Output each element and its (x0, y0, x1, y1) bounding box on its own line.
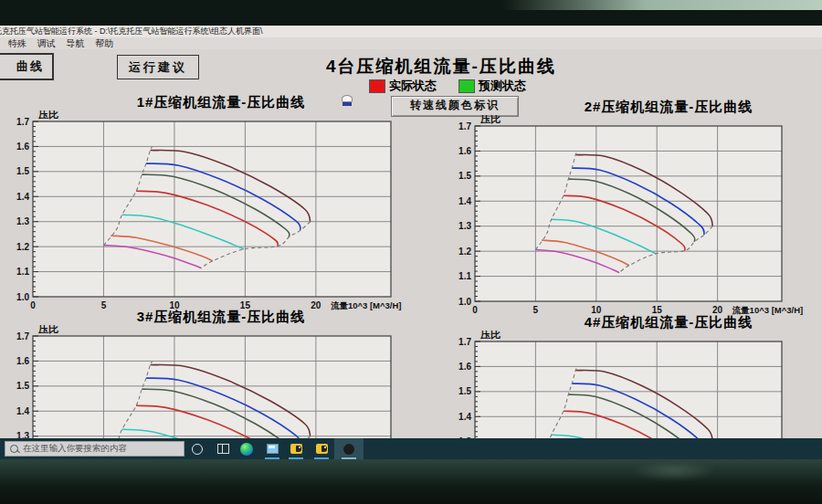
chart1-title: 1#压缩机组流量-压比曲线 (5, 94, 437, 110)
legend-actual-label: 实际状态 (389, 78, 437, 94)
svg-text:1.3: 1.3 (16, 216, 29, 226)
chart3-plot: 1.01.11.21.31.41.51.61.705101520流量10^3 [… (5, 325, 437, 438)
svg-text:1.0: 1.0 (16, 292, 29, 302)
svg-text:1.6: 1.6 (458, 146, 471, 156)
taskview-icon[interactable] (212, 438, 234, 459)
chart3-title: 3#压缩机组流量-压比曲线 (5, 309, 437, 325)
svg-text:1.5: 1.5 (16, 381, 29, 391)
svg-text:1.5: 1.5 (458, 171, 471, 181)
svg-text:1.0: 1.0 (458, 297, 471, 307)
chart-panel-2: 2#压缩机组流量-压比曲线 1.01.11.21.31.41.51.61.705… (446, 99, 822, 325)
legend-predicted: 预测状态 (458, 78, 526, 94)
search-icon (10, 445, 18, 453)
photo-top-band (0, 0, 822, 26)
app-window-icon[interactable] (261, 438, 283, 459)
folder-icon[interactable] (311, 438, 332, 459)
svg-text:1.4: 1.4 (458, 196, 471, 206)
svg-text:压比: 压比 (37, 110, 58, 120)
svg-text:1.7: 1.7 (16, 331, 29, 341)
svg-text:1.6: 1.6 (458, 362, 471, 372)
svg-text:1.4: 1.4 (16, 192, 29, 202)
run-advice-button[interactable]: 运行建议 (117, 55, 199, 79)
svg-text:1.1: 1.1 (458, 271, 471, 281)
menu-item[interactable]: 导航 (67, 37, 85, 49)
svg-text:1.6: 1.6 (16, 356, 29, 366)
menu-item[interactable]: 帮助 (95, 37, 113, 49)
menu-item[interactable]: 特殊 (8, 37, 26, 49)
window-titlebar: 托克托压气站智能运行系统 - D:\托克托压气站智能运行系统\组态人机界面\ (0, 26, 822, 37)
svg-text:压比: 压比 (480, 331, 501, 340)
chart1-plot: 1.01.11.21.31.41.51.61.705101520流量10^3 [… (5, 110, 437, 320)
svg-text:1.5: 1.5 (16, 166, 29, 176)
bezel-reflection (630, 461, 717, 481)
legend-actual: 实际状态 (369, 78, 437, 94)
windows-taskbar: 在这里输入你要搜索的内容 (0, 438, 822, 459)
active-app-icon[interactable] (334, 438, 364, 459)
svg-text:1.7: 1.7 (458, 337, 471, 347)
main-content: 曲线 运行建议 4台压缩机组流量-压比曲线 实际状态 预测状态 转速线颜色标识 … (0, 49, 822, 438)
legend-predicted-label: 预测状态 (479, 78, 526, 94)
chart-panel-4: 4#压缩机组流量-压比曲线 1.01.11.21.31.41.51.61.705… (446, 314, 822, 438)
svg-text:1.4: 1.4 (458, 412, 471, 422)
cortana-icon[interactable] (186, 438, 208, 459)
svg-text:1.3: 1.3 (458, 221, 471, 231)
svg-text:压比: 压比 (37, 325, 58, 334)
chart2-title: 2#压缩机组流量-压比曲线 (446, 99, 822, 115)
svg-text:1.3: 1.3 (16, 431, 29, 438)
chart-panel-1: 1#压缩机组流量-压比曲线 1.01.11.21.31.41.51.61.705… (5, 94, 437, 320)
svg-text:压比: 压比 (480, 115, 501, 124)
menu-bar: 特殊 调试 导航 帮助 (0, 37, 822, 49)
folder-icon[interactable] (285, 438, 307, 459)
chart-panel-3: 3#压缩机组流量-压比曲线 1.01.11.21.31.41.51.61.705… (5, 309, 437, 438)
menu-item[interactable]: 调试 (37, 37, 56, 49)
chart4-title: 4#压缩机组流量-压比曲线 (446, 314, 822, 331)
status-legend: 实际状态 预测状态 (369, 78, 539, 94)
chart4-plot: 1.01.11.21.31.41.51.61.705101520流量10^3 [… (446, 331, 822, 438)
predicted-status-swatch (458, 79, 475, 93)
page-title: 4台压缩机组流量-压比曲线 (326, 55, 556, 79)
taskbar-search[interactable]: 在这里输入你要搜索的内容 (5, 441, 184, 457)
svg-text:1.2: 1.2 (16, 242, 29, 252)
edge-icon[interactable] (236, 438, 258, 459)
reflection-strip (502, 0, 822, 10)
actual-status-swatch (369, 79, 385, 93)
svg-text:1.2: 1.2 (458, 247, 471, 257)
svg-text:1.4: 1.4 (16, 406, 29, 416)
curve-button[interactable]: 曲线 (0, 53, 54, 80)
svg-text:1.6: 1.6 (16, 142, 29, 152)
svg-text:1.1: 1.1 (16, 267, 29, 277)
svg-text:1.7: 1.7 (16, 117, 29, 127)
svg-text:1.5: 1.5 (458, 386, 471, 396)
search-placeholder: 在这里输入你要搜索的内容 (23, 443, 127, 455)
chart2-plot: 1.01.11.21.31.41.51.61.705101520流量10^3 [… (446, 115, 822, 325)
window-title: 托克托压气站智能运行系统 - D:\托克托压气站智能运行系统\组态人机界面\ (0, 26, 263, 37)
svg-text:1.7: 1.7 (458, 121, 471, 131)
